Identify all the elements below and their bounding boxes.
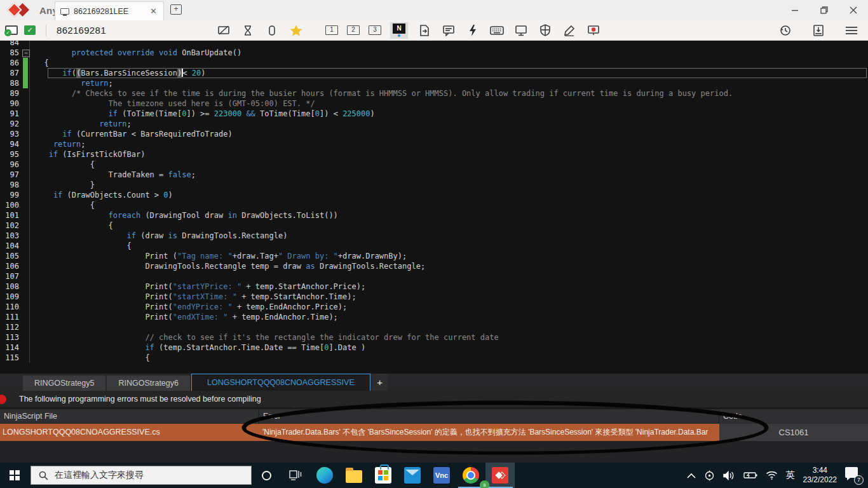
monitor-3-button[interactable]: 3 [369,25,381,35]
monitor-n-button[interactable]: N [390,22,408,39]
minimize-button[interactable] [780,0,810,20]
monitor-1-button[interactable]: 1 [325,25,338,35]
file-transfer-icon[interactable] [417,23,432,38]
line-number: 96 [0,159,19,170]
taskbar-clock[interactable]: 3:44 23/2/2022 [803,466,837,485]
code-line[interactable]: 105 Print ("Tag name: "+draw.Tag+" Drawn… [0,251,868,261]
code-line[interactable]: 114 if (temp.StartAnchor.Time.Date == Ti… [0,342,868,353]
code-text: Print("endYPrice: " + temp.EndAnchor.Pri… [30,302,347,311]
code-line[interactable]: 111 Print("endXTime: " + temp.EndAnchor.… [0,312,868,322]
code-line[interactable]: 90 The timezone used here is (GMT-05:00)… [0,98,868,109]
monitor-2-button[interactable]: 2 [347,25,360,35]
language-indicator[interactable]: 英 [786,470,795,481]
code-line[interactable]: 94 return; [0,139,868,149]
code-line[interactable]: 84 [0,41,868,48]
start-button[interactable] [0,463,29,488]
new-session-tab-button[interactable]: + [170,4,182,15]
code-line[interactable]: 95 if (IsFirstTickOfBar) [0,149,868,159]
actions-lightning-icon[interactable] [465,23,480,38]
column-header-error[interactable]: Error [259,409,719,424]
taskbar-vnc[interactable]: Vnc [427,463,456,488]
code-line[interactable]: 86 { [0,58,868,68]
code-line[interactable]: 112 [0,322,868,332]
display-settings-icon[interactable] [513,23,529,38]
code-line[interactable]: 107 [0,271,868,281]
code-line[interactable]: 93 if (CurrentBar < BarsRequiredToTrade) [0,129,868,139]
remote-session-tray-icon[interactable] [704,470,715,481]
line-number: 95 [0,149,19,159]
tab-ringostrategy5[interactable]: RINGOStrategy5 [23,376,105,391]
taskbar-mail[interactable] [398,463,427,488]
line-number: 84 [0,41,19,48]
privacy-mode-icon[interactable] [216,23,231,38]
close-button[interactable] [839,0,868,20]
cortana-button[interactable] [252,463,281,488]
record-session-icon[interactable] [586,23,601,38]
taskbar-search-input[interactable]: 在這裡輸入文字來搜尋 [31,466,252,485]
session-recordings-icon[interactable] [811,23,826,38]
clipboard-sync-icon[interactable] [264,23,280,38]
code-line[interactable]: 97 TradeTaken = false; [0,170,868,180]
session-tab[interactable]: 862169281LEE ✕ [55,1,164,20]
keyboard-icon[interactable] [489,23,505,38]
hourglass-icon[interactable] [240,23,255,38]
code-line[interactable]: 98 } [0,180,868,190]
code-line[interactable]: 88 return; [0,78,868,88]
code-line[interactable]: 100 { [0,200,868,210]
line-number: 108 [0,281,19,292]
code-line[interactable]: 91 if (ToTime(Time[0]) >= 223000 && ToTi… [0,109,868,119]
favorite-star-icon[interactable] [288,23,304,38]
code-line[interactable]: 102 { [0,220,868,231]
code-line[interactable]: 108 Print("startYPrice: " + temp.StartAn… [0,281,868,292]
taskbar-file-explorer[interactable] [339,463,369,488]
code-text: foreach (DrawingTool draw in DrawObjects… [30,211,338,220]
code-line[interactable]: 113 // check to see if it's the rectangl… [0,332,868,342]
code-line[interactable]: 96 { [0,159,868,170]
code-line[interactable]: 106 DrawingTools.Rectangle temp = draw a… [0,261,868,271]
taskbar-edge[interactable] [310,463,339,488]
code-line[interactable]: 109 Print("startXTime: " + temp.StartAnc… [0,292,868,302]
code-line[interactable]: 115 { [0,353,868,363]
code-line[interactable]: 101 foreach (DrawingTool draw in DrawObj… [0,210,868,220]
permissions-shield-icon[interactable] [538,23,553,38]
error-text-cell: 'NinjaTrader.Data.Bars' 不包含 'BarsSinceSe… [259,424,719,441]
code-editor[interactable]: 8485 protected override void OnBarUpdate… [0,41,868,374]
action-center-button[interactable]: 7 [845,467,862,484]
code-line[interactable]: 99 if (DrawObjects.Count > 0) [0,190,868,200]
task-view-button[interactable] [281,463,310,488]
column-header-file[interactable]: NinjaScript File [0,409,259,424]
taskbar-chrome[interactable]: li [456,463,485,488]
column-header-code[interactable]: Code [719,409,868,424]
tab-longshortqqq08cnoaggressive[interactable]: LONGSHORTQQQ08CNOAGGRESSIVE [191,374,370,391]
code-lines: 8485 protected override void OnBarUpdate… [0,41,868,363]
add-tab-button[interactable]: + [372,374,388,391]
gutter [19,210,30,220]
gutter [19,281,30,292]
code-line[interactable]: 85 protected override void OnBarUpdate() [0,48,868,58]
history-icon[interactable] [778,23,793,38]
code-line[interactable]: 110 Print("endYPrice: " + temp.EndAnchor… [0,302,868,312]
chat-icon[interactable] [441,23,456,38]
code-line[interactable]: 104 { [0,241,868,251]
menu-icon[interactable] [844,23,859,38]
gutter [19,241,30,251]
code-line[interactable]: 89 /* Checks to see if the time is durin… [0,88,868,98]
code-line[interactable]: 92 return; [0,119,868,129]
whiteboard-pen-icon[interactable] [562,23,577,38]
show-hidden-icons-chevron[interactable] [687,473,696,478]
error-row[interactable]: LONGSHORTQQQ08CNOAGGRESSIVE.cs 'NinjaTra… [0,424,868,441]
wifi-icon[interactable] [766,471,778,480]
code-text: if (IsFirstTickOfBar) [30,150,145,159]
tab-ringostrategy6[interactable]: RINGOStrategy6 [107,376,189,391]
restore-button[interactable] [810,0,839,20]
battery-icon[interactable] [743,471,757,479]
fold-marker-icon[interactable] [19,48,30,58]
taskbar-anydesk[interactable] [485,463,515,488]
gutter [19,159,30,170]
taskbar-store[interactable] [369,463,398,488]
code-line[interactable]: 103 if (draw is DrawingTools.Rectangle) [0,231,868,241]
volume-icon[interactable] [723,471,735,480]
close-tab-icon[interactable]: ✕ [149,6,158,16]
code-text: if (draw is DrawingTools.Rectangle) [30,231,287,240]
code-line[interactable]: 87 if((Bars.BarsSinceSession)< 20) [0,68,868,78]
